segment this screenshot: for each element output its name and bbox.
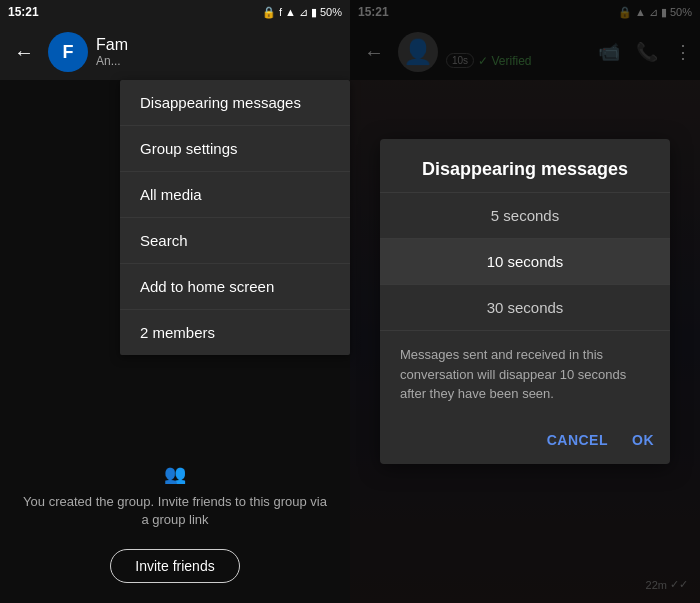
left-panel: 15:21 🔒 f ▲ ⊿ ▮ 50% ← F Fam An... Disapp… [0, 0, 350, 603]
left-time: 15:21 [8, 5, 39, 19]
cancel-button[interactable]: CANCEL [547, 432, 608, 448]
group-icon: 👥 [164, 463, 186, 485]
dialog-actions: CANCEL OK [380, 424, 670, 464]
left-status-icons: 🔒 f ▲ ⊿ ▮ 50% [262, 6, 342, 19]
signal-icon: ▲ [285, 6, 296, 18]
facebook-icon: f [279, 6, 282, 18]
menu-item-group-settings[interactable]: Group settings [120, 126, 350, 172]
menu-item-members[interactable]: 2 members [120, 310, 350, 355]
back-button[interactable]: ← [8, 41, 40, 64]
wifi-icon: ⊿ [299, 6, 308, 19]
left-top-bar: ← F Fam An... [0, 24, 350, 80]
dropdown-menu: Disappearing messages Group settings All… [120, 80, 350, 355]
dialog-overlay: Disappearing messages 5 seconds 10 secon… [350, 0, 700, 603]
group-info-area: 👥 You created the group. Invite friends … [20, 463, 330, 529]
option-5-seconds[interactable]: 5 seconds [380, 192, 670, 238]
invite-friends-button[interactable]: Invite friends [110, 549, 239, 583]
group-subtitle: An... [96, 54, 342, 68]
battery-icon: ▮ [311, 6, 317, 19]
avatar: F [48, 32, 88, 72]
option-10-seconds[interactable]: 10 seconds [380, 238, 670, 284]
dialog-title: Disappearing messages [380, 139, 670, 192]
right-panel: 15:21 🔒 ▲ ⊿ ▮ 50% ← 👤 10s ✓ Verified 📹 📞… [350, 0, 700, 603]
lock-icon: 🔒 [262, 6, 276, 19]
ok-button[interactable]: OK [632, 432, 654, 448]
menu-item-add-home[interactable]: Add to home screen [120, 264, 350, 310]
menu-item-search[interactable]: Search [120, 218, 350, 264]
menu-item-all-media[interactable]: All media [120, 172, 350, 218]
menu-item-disappearing[interactable]: Disappearing messages [120, 80, 350, 126]
dialog-description: Messages sent and received in this conve… [380, 330, 670, 424]
system-message: You created the group. Invite friends to… [20, 493, 330, 529]
header-info: Fam An... [96, 36, 342, 68]
group-name: Fam [96, 36, 342, 54]
battery-percent: 50% [320, 6, 342, 18]
left-status-bar: 15:21 🔒 f ▲ ⊿ ▮ 50% [0, 0, 350, 24]
disappearing-messages-dialog: Disappearing messages 5 seconds 10 secon… [380, 139, 670, 464]
option-30-seconds[interactable]: 30 seconds [380, 284, 670, 330]
